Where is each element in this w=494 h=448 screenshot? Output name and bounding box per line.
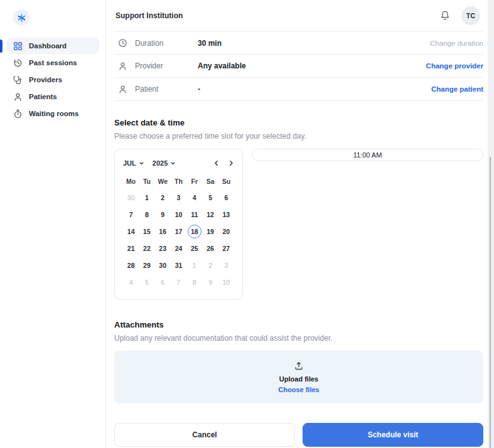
calendar-day[interactable]: 7 xyxy=(123,206,139,223)
calendar-grid: 3012345678910111213141516171819202122232… xyxy=(123,189,234,291)
calendar-day[interactable]: 14 xyxy=(123,223,139,240)
sidebar-nav: DashboardPast sessionsProvidersPatientsW… xyxy=(0,38,105,122)
day-number: 22 xyxy=(140,242,154,255)
calendar-day[interactable]: 3 xyxy=(171,189,186,206)
calendar-day[interactable]: 30 xyxy=(123,189,139,206)
calendar-day[interactable]: 4 xyxy=(186,189,202,206)
calendar-day[interactable]: 12 xyxy=(202,206,218,223)
person-icon xyxy=(117,84,127,94)
month-selector[interactable]: JUL xyxy=(123,159,144,167)
calendar-day[interactable]: 16 xyxy=(155,223,171,240)
calendar-day[interactable]: 19 xyxy=(202,223,218,240)
avatar[interactable]: TC xyxy=(461,6,480,25)
attachments-subtitle: Upload any relevant documentation that c… xyxy=(114,334,483,343)
calendar-day[interactable]: 27 xyxy=(218,240,234,257)
visit-detail-rows: Duration30 minChange durationProviderAny… xyxy=(114,31,483,101)
day-number: 9 xyxy=(156,208,169,221)
calendar-day[interactable]: 17 xyxy=(171,223,186,240)
day-number: 9 xyxy=(203,275,217,289)
chevron-down-icon xyxy=(139,161,144,166)
row-value: - xyxy=(198,85,431,93)
sidebar-item-past-sessions[interactable]: Past sessions xyxy=(6,55,99,71)
dayname-su: Su xyxy=(218,178,234,187)
calendar-day[interactable]: 21 xyxy=(123,240,139,257)
calendar-day[interactable]: 2 xyxy=(202,257,218,274)
day-number: 23 xyxy=(156,242,169,255)
attachments-title: Attachments xyxy=(114,320,483,329)
calendar-day[interactable]: 30 xyxy=(155,257,171,274)
stethoscope-icon xyxy=(13,75,23,85)
detail-row-patient: Patient-Change patient xyxy=(114,78,483,101)
window-gutter xyxy=(488,0,494,448)
calendar-day[interactable]: 8 xyxy=(186,274,202,291)
choose-files-link[interactable]: Choose files xyxy=(278,386,319,393)
calendar-day[interactable]: 29 xyxy=(139,257,154,274)
sidebar-item-dashboard[interactable]: Dashboard xyxy=(6,38,99,54)
calendar-day[interactable]: 1 xyxy=(139,189,154,206)
year-selector[interactable]: 2025 xyxy=(153,159,176,167)
calendar-day[interactable]: 22 xyxy=(139,240,154,257)
row-label: Duration xyxy=(135,39,198,48)
day-number: 14 xyxy=(124,225,138,238)
day-number: 30 xyxy=(156,259,169,272)
calendar-day[interactable]: 20 xyxy=(218,223,234,240)
day-number: 15 xyxy=(140,225,154,238)
calendar-day[interactable]: 24 xyxy=(171,240,186,257)
row-value: Any available xyxy=(198,61,426,70)
sidebar-item-patients[interactable]: Patients xyxy=(6,88,99,105)
sidebar-item-label: Dashboard xyxy=(29,42,67,50)
calendar-day[interactable]: 26 xyxy=(202,240,218,257)
sidebar-item-label: Past sessions xyxy=(29,59,77,67)
calendar-daynames: MoTuWeThFrSaSu xyxy=(123,178,234,187)
day-number: 31 xyxy=(171,259,185,272)
calendar-day[interactable]: 9 xyxy=(202,274,218,291)
calendar-day[interactable]: 9 xyxy=(155,206,171,223)
schedule-visit-button[interactable]: Schedule visit xyxy=(303,423,483,447)
calendar-day[interactable]: 3 xyxy=(218,257,234,274)
calendar-day[interactable]: 6 xyxy=(155,274,171,291)
calendar-day[interactable]: 25 xyxy=(186,240,202,257)
day-number: 8 xyxy=(140,208,154,221)
scheduling-form: Duration30 minChange durationProviderAny… xyxy=(106,31,488,448)
day-number: 19 xyxy=(203,225,217,238)
calendar-day[interactable]: 5 xyxy=(202,189,218,206)
app-window: DashboardPast sessionsProvidersPatientsW… xyxy=(0,0,494,448)
calendar-day[interactable]: 11 xyxy=(186,206,202,223)
calendar-day[interactable]: 4 xyxy=(123,274,139,291)
calendar-day-selected[interactable]: 18 xyxy=(186,223,202,240)
calendar-day[interactable]: 10 xyxy=(218,274,234,291)
day-number: 3 xyxy=(171,191,185,205)
next-month-button[interactable] xyxy=(228,160,234,166)
calendar-day[interactable]: 10 xyxy=(171,206,186,223)
calendar-day[interactable]: 6 xyxy=(218,189,234,206)
calendar-day[interactable]: 8 xyxy=(139,206,154,223)
calendar-day[interactable]: 1 xyxy=(186,257,202,274)
bell-icon[interactable] xyxy=(436,7,454,24)
year-label: 2025 xyxy=(153,159,168,167)
sidebar-item-providers[interactable]: Providers xyxy=(6,72,99,88)
change-duration-button[interactable]: Change duration xyxy=(430,40,483,47)
day-number: 21 xyxy=(124,242,138,255)
day-number: 29 xyxy=(140,259,154,272)
upload-dropzone[interactable]: Upload files Choose files xyxy=(114,351,483,403)
calendar-day[interactable]: 5 xyxy=(139,274,154,291)
day-number: 11 xyxy=(188,208,201,221)
calendar-day[interactable]: 28 xyxy=(123,257,139,274)
history-clock-icon xyxy=(13,58,23,68)
calendar-day[interactable]: 23 xyxy=(155,240,171,257)
calendar-day[interactable]: 31 xyxy=(171,257,186,274)
clock-icon xyxy=(117,38,127,48)
prev-month-button[interactable] xyxy=(213,160,220,166)
calendar-day[interactable]: 2 xyxy=(155,189,171,206)
change-patient-button[interactable]: Change patient xyxy=(431,85,483,93)
calendar-day[interactable]: 7 xyxy=(171,274,186,291)
calendar-day[interactable]: 13 xyxy=(218,206,234,223)
cancel-button[interactable]: Cancel xyxy=(114,423,295,447)
change-provider-button[interactable]: Change provider xyxy=(426,62,483,70)
calendar-day[interactable]: 15 xyxy=(139,223,154,240)
time-slot-11-00-am[interactable]: 11:00 AM xyxy=(252,149,483,161)
vertical-scrollbar[interactable] xyxy=(490,157,491,448)
sidebar-item-waiting-rooms[interactable]: Waiting rooms xyxy=(6,105,99,122)
day-number: 13 xyxy=(219,208,233,221)
dayname-tu: Tu xyxy=(139,178,154,187)
